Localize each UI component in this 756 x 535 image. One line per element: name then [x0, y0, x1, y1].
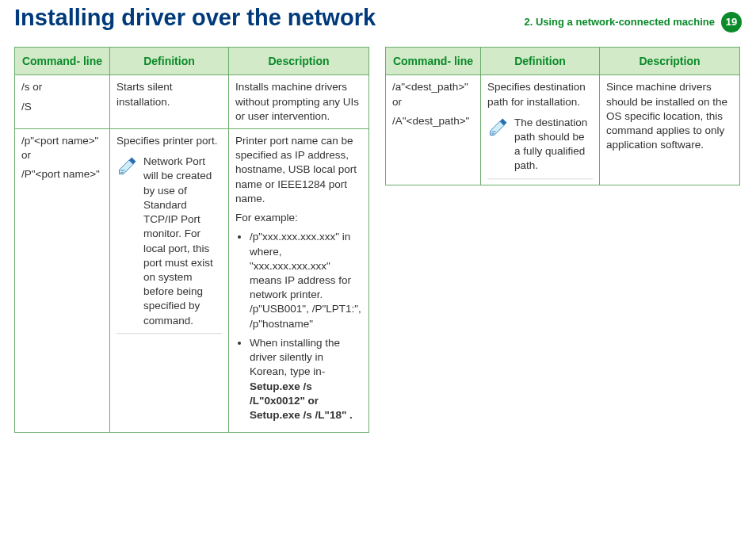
divider [487, 178, 593, 180]
command-table-left: Command- line Definition Description /s … [14, 47, 369, 434]
note-text: The destination path should be a fully q… [514, 116, 593, 174]
command-table-right: Command- line Definition Description /a"… [385, 47, 740, 185]
cmd-text: /S [21, 100, 103, 114]
note-icon [487, 116, 510, 138]
def-text: Specifies printer port. [116, 134, 222, 148]
def-text: Starts silent installation. [110, 75, 229, 129]
page-title: Installing driver over the network [14, 5, 524, 31]
desc-text: Printer port name can be specified as IP… [235, 134, 362, 206]
divider [116, 333, 222, 334]
page-number-badge: 19 [721, 12, 742, 32]
list-item: /p"xxx.xxx.xxx.xxx" in where, "xxx.xxx.x… [250, 230, 362, 331]
col-header-def: Definition [110, 47, 229, 75]
chapter-label: 2. Using a network-connected machine [524, 16, 715, 28]
col-header-desc: Description [600, 47, 740, 75]
note-icon [116, 155, 139, 177]
cmd-text: /p"<port name>" or [21, 134, 103, 162]
table-row: /a"<dest_path>" or /A"<dest_path>" Speci… [386, 75, 740, 185]
desc-text: For example: [235, 211, 362, 225]
col-header-desc: Description [229, 47, 369, 75]
def-text: Specifies destination path for installat… [487, 80, 593, 109]
list-item-text: When installing the driver silently in K… [250, 337, 340, 377]
col-header-cmd: Command- line [15, 47, 110, 75]
list-item: When installing the driver silently in K… [250, 336, 362, 422]
cmd-text: /A"<dest_path>" [392, 114, 474, 128]
col-header-def: Definition [481, 47, 600, 75]
desc-text: Since machine drivers should be installe… [600, 75, 740, 185]
note-text: Network Port will be created by use of S… [143, 155, 222, 328]
cmd-text: /s or [21, 80, 103, 94]
desc-text: Installs machine drivers without prompti… [229, 75, 369, 129]
list-item-strong: Setup.exe /s /L"0x0012" or Setup.exe /s … [250, 380, 353, 421]
cmd-text: /a"<dest_path>" or [392, 80, 474, 109]
col-header-cmd: Command- line [386, 47, 481, 75]
table-row: /p"<port name>" or /P"<port name>" Speci… [15, 129, 369, 433]
cmd-text: /P"<port name>" [21, 167, 103, 182]
table-row: /s or /S Starts silent installation. Ins… [15, 75, 369, 129]
